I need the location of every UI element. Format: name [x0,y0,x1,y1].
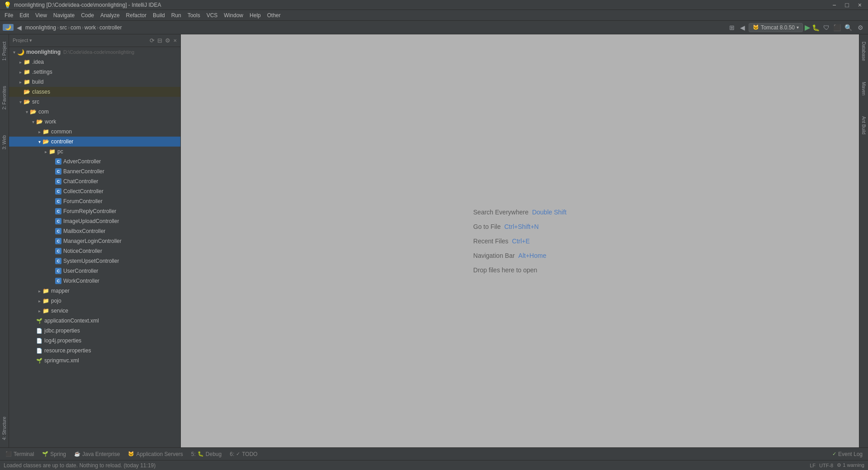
encoding-indicator[interactable]: UTF-8 [819,463,833,468]
right-side-strip: Database Maven Ant Build [859,34,868,447]
tree-app-context-xml[interactable]: 🌱 applicationContext.xml [9,316,180,326]
tree-forum-controller[interactable]: C ForumController [9,196,180,206]
menu-tools[interactable]: Tools [185,11,203,19]
tree-settings[interactable]: ▸ 📁 .settings [9,67,180,77]
bottom-tab-app-servers[interactable]: 🐱 Application Servers [124,450,186,458]
bottom-tab-java-enterprise[interactable]: ☕ Java Enterprise [71,450,123,458]
tree-image-upload-controller[interactable]: C ImageUploadController [9,216,180,226]
tree-system-upset-controller[interactable]: C SystemUpsetController [9,256,180,266]
sidebar-tab-web[interactable]: 3: Web [1,132,8,153]
back-icon[interactable]: ◀ [738,23,747,32]
content-area: Search Everywhere Double Shift Go to Fil… [181,34,859,447]
sidebar-tab-project[interactable]: 1: Project [1,38,8,64]
menu-other[interactable]: Other [264,11,283,19]
tree-work-controller[interactable]: C WorkController [9,276,180,286]
menu-navigate[interactable]: Navigate [51,11,77,19]
tree-resource-props[interactable]: 📄 resource.properties [9,346,180,356]
search-button[interactable]: 🔍 [843,23,854,32]
tree-chat-controller[interactable]: C ChatController [9,176,180,186]
tree-springmvc-xml[interactable]: 🌱 springmvc.xml [9,356,180,366]
breadcrumb-com[interactable]: com [71,24,81,31]
sidebar-tab-structure[interactable]: 4: Structure [1,413,8,444]
debug-button[interactable]: 🐛 [812,24,820,31]
tree-notice-controller[interactable]: C NoticeController [9,246,180,256]
bottom-tab-event-log[interactable]: ✓ Event Log [829,450,866,458]
bottom-tab-spring[interactable]: 🌱 Spring [38,450,70,458]
app-servers-label: Application Servers [136,451,183,457]
sidebar-tab-database[interactable]: Database [860,38,867,65]
tree-src[interactable]: ▾ 📂 src [9,97,180,107]
root-path: D:\Code\idea-code\moonlighting [63,49,134,55]
run-button[interactable]: ▶ [805,23,810,32]
tree-service[interactable]: ▸ 📁 service [9,306,180,316]
tree-user-controller[interactable]: C UserController [9,266,180,276]
tree-pc[interactable]: ▸ 📁 pc [9,147,180,157]
close-panel-icon[interactable]: × [173,37,177,44]
breadcrumb-src[interactable]: src [60,24,67,31]
tree-collect-controller[interactable]: C CollectController [9,186,180,196]
log4j-props-label: log4j.properties [44,337,81,344]
breadcrumb-controller[interactable]: controller [99,24,122,31]
chat-label: ChatController [63,178,98,185]
stop-button[interactable]: ⬛ [833,24,841,31]
tree-adver-controller[interactable]: C AdverController [9,157,180,166]
menu-analyze[interactable]: Analyze [98,11,123,19]
menu-code[interactable]: Code [78,11,97,19]
menu-window[interactable]: Window [221,11,246,19]
tree-controller[interactable]: ▾ 📂 controller [9,137,180,147]
menu-vcs[interactable]: VCS [204,11,221,19]
settings-toggle: ▸ [17,70,24,75]
close-btn[interactable]: × [855,1,864,9]
menu-build[interactable]: Build [150,11,168,19]
sync-icon[interactable]: ⟳ [150,37,155,44]
common-folder-icon: 📁 [42,128,49,135]
hint-goto-file-label: Go to File [473,223,501,230]
tree-banner-controller[interactable]: C BannerController [9,166,180,176]
bottom-tab-debug[interactable]: 5: 🐛 Debug [188,450,225,458]
vcs-indicator[interactable]: ⚙ 1 warning [837,462,864,468]
tree-mailbox-controller[interactable]: C MailboxController [9,226,180,236]
line-ending-indicator[interactable]: LF [810,463,816,468]
maximize-btn[interactable]: □ [842,1,851,9]
build-folder-icon: 📁 [24,79,30,85]
settings-icon[interactable]: ⚙ [165,37,170,44]
bottom-tab-terminal[interactable]: ⬛ Terminal [2,450,38,458]
sidebar-tab-ant-build[interactable]: Ant Build [860,113,867,138]
run-config-selector[interactable]: 🐱 Tomcat 8.0.50 ▾ [749,23,803,32]
tree-com[interactable]: ▾ 📂 com [9,107,180,117]
menu-run[interactable]: Run [169,11,184,19]
minimize-btn[interactable]: − [830,1,839,9]
menu-file[interactable]: File [2,11,16,19]
menu-refactor[interactable]: Refactor [123,11,149,19]
tree-classes[interactable]: 📂 classes [9,87,180,97]
mapper-label: mapper [51,288,70,294]
notice-label: NoticeController [63,248,102,254]
tree-manager-login-controller[interactable]: C ManagerLoginController [9,236,180,246]
layout-icon[interactable]: ⊞ [727,23,736,32]
controller-label: controller [51,138,73,145]
tree-log4j-props[interactable]: 📄 log4j.properties [9,336,180,346]
sidebar-tab-maven[interactable]: Maven [860,78,867,99]
menu-help[interactable]: Help [247,11,264,19]
collapse-icon[interactable]: ⊟ [157,37,162,44]
project-dropdown-label[interactable]: Project ▾ [13,38,32,43]
tree-jdbc-props[interactable]: 📄 jdbc.properties [9,326,180,336]
tree-work[interactable]: ▾ 📂 work [9,117,180,127]
coverage-button[interactable]: 🛡 [821,23,831,32]
tree-idea[interactable]: ▸ 📁 .idea [9,57,180,67]
tree-mapper[interactable]: ▸ 📁 mapper [9,286,180,296]
breadcrumb-root[interactable]: moonlighting [25,24,56,31]
tree-common[interactable]: ▸ 📁 common [9,127,180,137]
tree-root[interactable]: ▾ 🌙 moonlighting D:\Code\idea-code\moonl… [9,47,180,57]
bottom-tab-todo[interactable]: 6: ✓ TODO [226,450,261,458]
tree-forum-reply-controller[interactable]: C ForumReplyController [9,206,180,216]
menu-view[interactable]: View [33,11,50,19]
menu-edit[interactable]: Edit [17,11,32,19]
sidebar-tab-favorites[interactable]: 2: Favorites [1,82,8,113]
settings-button[interactable]: ⚙ [856,23,865,32]
nav-back-icon[interactable]: ◀ [15,23,24,32]
tree-pojo[interactable]: ▸ 📁 pojo [9,296,180,306]
tree-build[interactable]: ▸ 📁 build [9,77,180,87]
classes-folder-icon: 📂 [24,89,30,95]
breadcrumb-work[interactable]: work [85,24,96,31]
